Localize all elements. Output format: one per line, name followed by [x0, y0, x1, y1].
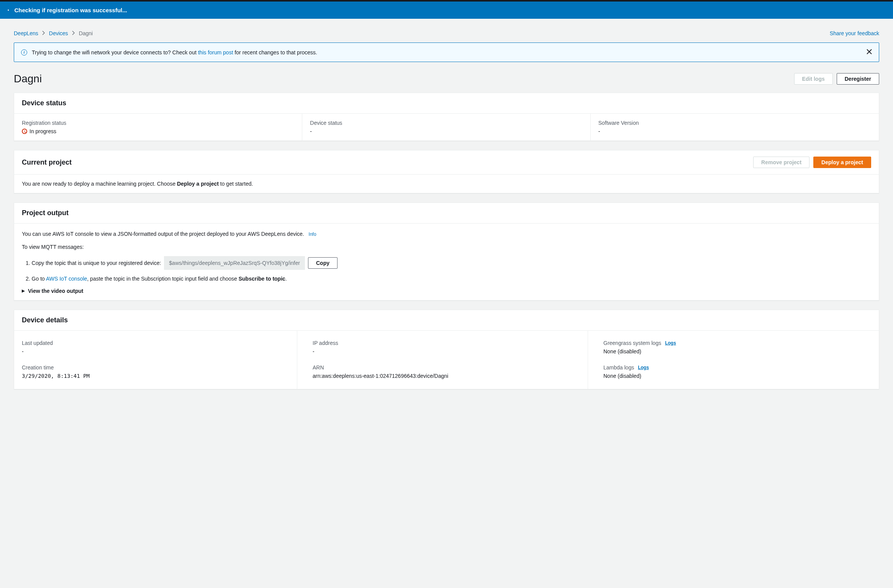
current-project-message: You are now ready to deploy a machine le… — [22, 181, 253, 187]
arn-label: ARN — [313, 364, 580, 371]
lambda-logs-label: Lambda logs Logs — [603, 364, 871, 371]
copy-button[interactable]: Copy — [308, 257, 338, 269]
iot-console-link[interactable]: AWS IoT console — [46, 276, 87, 282]
ip-address-label: IP address — [313, 340, 580, 346]
breadcrumb-devices[interactable]: Devices — [49, 30, 68, 36]
current-project-title: Current project — [22, 158, 72, 167]
greengrass-logs-link[interactable]: Logs — [665, 340, 676, 346]
project-output-panel: Project output You can use AWS IoT conso… — [14, 203, 879, 301]
spinner-icon: • — [8, 8, 9, 12]
banner-message: Checking if registration was successful.… — [15, 7, 127, 13]
project-output-intro: You can use AWS IoT console to view a JS… — [22, 231, 304, 237]
info-icon: i — [21, 49, 27, 56]
feedback-link[interactable]: Share your feedback — [830, 30, 879, 36]
chevron-right-icon — [72, 30, 75, 36]
project-output-title: Project output — [22, 209, 69, 217]
lambda-logs-value: None (disabled) — [603, 373, 871, 379]
info-link[interactable]: Info — [309, 232, 316, 237]
edit-logs-button: Edit logs — [794, 73, 833, 85]
status-banner: • Checking if registration was successfu… — [0, 2, 893, 19]
deregister-button[interactable]: Deregister — [837, 73, 879, 85]
view-video-output-toggle[interactable]: ▶ View the video output — [22, 288, 871, 294]
current-project-panel: Current project Remove project Deploy a … — [14, 150, 879, 193]
in-progress-icon — [22, 129, 27, 134]
device-status-value: - — [310, 128, 582, 134]
software-version-value: - — [598, 128, 871, 134]
page-heading-row: Dagni Edit logs Deregister — [14, 73, 879, 85]
registration-status-value: In progress — [29, 128, 56, 134]
device-status-panel: Device status Registration status In pro… — [14, 93, 879, 141]
registration-status-label: Registration status — [22, 120, 294, 126]
mqtt-intro: To view MQTT messages: — [22, 243, 871, 251]
greengrass-logs-label: Greengrass system logs Logs — [603, 340, 871, 346]
close-icon[interactable] — [867, 48, 872, 56]
last-updated-value: - — [22, 348, 289, 354]
arn-value: arn:aws:deeplens:us-east-1:024712696643:… — [313, 373, 580, 379]
breadcrumb-root[interactable]: DeepLens — [14, 30, 38, 36]
info-alert: i Trying to change the wifi network your… — [14, 42, 879, 62]
topic-field[interactable]: $aws/things/deeplens_wJpReJazSrqS-QYfo38… — [164, 256, 305, 270]
lambda-logs-link[interactable]: Logs — [638, 365, 649, 370]
device-details-title: Device details — [22, 316, 68, 324]
mqtt-step-1: 1. Copy the topic that is unique to your… — [26, 256, 871, 270]
mqtt-step-2: 2. Go to AWS IoT console, paste the topi… — [26, 274, 871, 283]
device-status-title: Device status — [22, 99, 66, 107]
breadcrumb-row: DeepLens Devices Dagni Share your feedba… — [14, 26, 879, 42]
remove-project-button: Remove project — [753, 157, 809, 168]
creation-time-value: 3/29/2020, 8:13:41 PM — [22, 373, 289, 379]
deploy-project-button[interactable]: Deploy a project — [813, 157, 871, 168]
greengrass-logs-value: None (disabled) — [603, 348, 871, 354]
chevron-right-icon — [42, 30, 45, 36]
ip-address-value: - — [313, 348, 580, 354]
page-title: Dagni — [14, 73, 42, 85]
alert-text: Trying to change the wifi network your d… — [32, 49, 317, 56]
device-status-label: Device status — [310, 120, 582, 126]
breadcrumb: DeepLens Devices Dagni — [14, 30, 93, 36]
caret-right-icon: ▶ — [22, 289, 25, 293]
forum-post-link[interactable]: this forum post — [198, 49, 233, 56]
software-version-label: Software Version — [598, 120, 871, 126]
device-details-panel: Device details Last updated - Creation t… — [14, 310, 879, 389]
last-updated-label: Last updated — [22, 340, 289, 346]
breadcrumb-current: Dagni — [79, 30, 93, 36]
creation-time-label: Creation time — [22, 364, 289, 371]
